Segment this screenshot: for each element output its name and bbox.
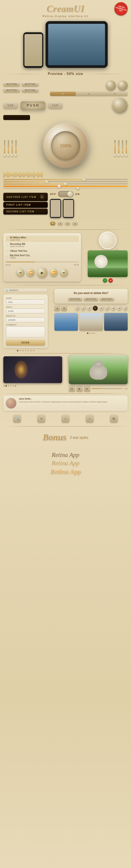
round-btn-3[interactable]: ●	[87, 306, 92, 311]
button-3[interactable]: BUTTON	[3, 88, 20, 93]
segment-2[interactable]: •••	[102, 92, 128, 96]
nature-image	[88, 250, 128, 277]
dialog-ok-button[interactable]: BUTTON	[100, 297, 114, 301]
app-name-style-2: Retina App	[6, 460, 125, 467]
comment-label: Comment	[6, 324, 45, 326]
track-1[interactable]: ♪ 93 Million Miles Jason Mraz	[6, 236, 79, 242]
gallery-thumb-2[interactable]	[79, 313, 103, 331]
round-btn-2[interactable]: ●	[81, 306, 86, 311]
round-btn-8[interactable]: ●	[117, 306, 122, 311]
play-button[interactable]: ▶	[37, 267, 47, 278]
email-input[interactable]	[6, 308, 45, 314]
round-btn-6[interactable]: ●	[105, 306, 110, 311]
segment-1[interactable]: •••	[76, 92, 102, 96]
list-item-3[interactable]: SECOND LIST ITEM	[3, 209, 48, 215]
forward-button[interactable]: ⏩	[50, 269, 58, 277]
button-1[interactable]: BUTTON	[3, 82, 20, 87]
dot-4	[25, 350, 27, 351]
ipad-mockup	[46, 21, 108, 68]
on-label: ON	[75, 193, 80, 195]
video-frame	[69, 355, 128, 384]
toggle-3[interactable]: ●	[65, 221, 71, 225]
v-slider-8	[125, 140, 128, 157]
knob-small-1[interactable]	[106, 81, 116, 91]
gallery-thumb-1[interactable]	[54, 313, 78, 331]
iphone-screen	[25, 34, 42, 66]
nav-user[interactable]: ♪	[86, 415, 94, 423]
list-item-2[interactable]: FIRST LIST ITEM	[3, 202, 48, 208]
orange-slider-2	[3, 188, 128, 189]
nav-list[interactable]: ≡	[37, 415, 45, 423]
email-label: email	[6, 306, 45, 308]
v-slider-6	[118, 140, 120, 157]
buttons-section: BUTTON BUTTON BUTTON BUTTON ••• ••• •••	[3, 81, 128, 96]
round-btn-4[interactable]: ●	[93, 306, 98, 311]
button-2[interactable]: BUTTON	[22, 82, 38, 87]
track-2[interactable]: ♪ Recording 005 Voice on the Go	[6, 242, 79, 248]
divider-1	[3, 229, 128, 230]
confirm-button[interactable]: ✓	[103, 278, 107, 283]
close-button[interactable]: ✕	[108, 278, 113, 283]
list-section: ANOTHER LIST ITEM ▲ FIRST LIST ITEM SECO…	[3, 193, 48, 215]
dialog-cancel-button[interactable]: BUTTON	[68, 297, 82, 301]
arrow-down-button[interactable]: ▼	[61, 305, 67, 311]
list-switch-row: ANOTHER LIST ITEM ▲ FIRST LIST ITEM SECO…	[3, 191, 128, 227]
track-3[interactable]: ♪ I Never Told You	[6, 248, 79, 253]
v-slider-5	[114, 140, 116, 157]
dot-3	[22, 350, 24, 351]
toggle-1[interactable]: ●	[50, 221, 55, 225]
divider-5	[3, 426, 128, 427]
search-input[interactable]	[9, 289, 46, 291]
list-item-1[interactable]: ANOTHER LIST ITEM ▲	[3, 193, 48, 201]
push-button[interactable]: PUSH	[20, 101, 45, 110]
round-btn-7[interactable]: ●	[111, 306, 116, 311]
gallery-thumb-3[interactable]	[104, 313, 128, 331]
list-btn-up[interactable]: ▲	[40, 194, 45, 199]
arrow-up-button[interactable]: ▲	[54, 305, 60, 311]
dot-6	[30, 350, 32, 351]
video-back-button[interactable]: ⏮	[69, 385, 75, 392]
player-nature-row: ♪ 93 Million Miles Jason Mraz ♪ Recordin…	[3, 231, 128, 283]
send-button[interactable]: SEND	[6, 340, 45, 345]
track-4[interactable]: ♪ Big Girls Don't Cry Fergie	[6, 253, 79, 260]
website-input[interactable]	[6, 317, 45, 322]
video-controls: ⏮ ▶ ⏭ 0:00	[69, 385, 128, 392]
player-progress[interactable]	[6, 261, 79, 262]
gallery-pagination	[54, 333, 128, 334]
video-progress-bar[interactable]	[91, 388, 123, 389]
tap-button-1[interactable]: TAP	[3, 102, 18, 109]
button-row-1: BUTTON BUTTON	[3, 82, 48, 87]
image-video-row: ◀ ▶ ⏮ ▶ ⏭	[3, 355, 128, 392]
dialog-confirm-button[interactable]: BUTTON	[84, 297, 98, 301]
video-play-button[interactable]: ▶	[76, 385, 83, 392]
prev-button[interactable]: ⏮	[16, 269, 25, 277]
orange-slider-1	[3, 186, 128, 187]
user-input[interactable]	[6, 300, 45, 305]
next-button[interactable]: ⏭	[60, 269, 68, 277]
segment-0[interactable]: •••	[50, 92, 76, 96]
rewind-button[interactable]: ⏪	[27, 269, 35, 277]
dark-slider-bar[interactable]	[3, 115, 30, 120]
tap-button-2[interactable]: TAP	[48, 102, 62, 109]
round-btn-5[interactable]: ●	[99, 306, 104, 311]
comment-textarea[interactable]	[6, 326, 45, 337]
super-knob[interactable]: 100%	[21, 123, 110, 168]
nav-settings[interactable]: ⚙	[110, 415, 118, 423]
segmented-control: ••• ••• •••	[50, 92, 128, 96]
video-fwd-button[interactable]: ⏭	[84, 385, 90, 392]
devices-preview	[0, 19, 131, 70]
dot-1	[17, 350, 18, 351]
nav-home[interactable]: ⌂	[61, 415, 70, 423]
switch-track[interactable]	[58, 191, 74, 197]
article-section: Sylva Shelly – Lorem ipsum dolor sit ame…	[3, 396, 128, 411]
round-btn-1[interactable]: ●	[75, 306, 80, 311]
toggle-4[interactable]: ●	[72, 221, 78, 225]
toggle-2[interactable]: ●	[57, 221, 63, 225]
knob-small-2[interactable]	[118, 81, 128, 91]
button-4[interactable]: BUTTON	[22, 88, 38, 93]
nav-search[interactable]: 🔍	[13, 415, 21, 423]
knob-medium[interactable]	[112, 98, 128, 113]
header: CreamUI Retina display interface kit ONE…	[0, 0, 131, 19]
round-btn-9[interactable]: ●	[123, 306, 128, 311]
divider-2	[3, 285, 128, 285]
